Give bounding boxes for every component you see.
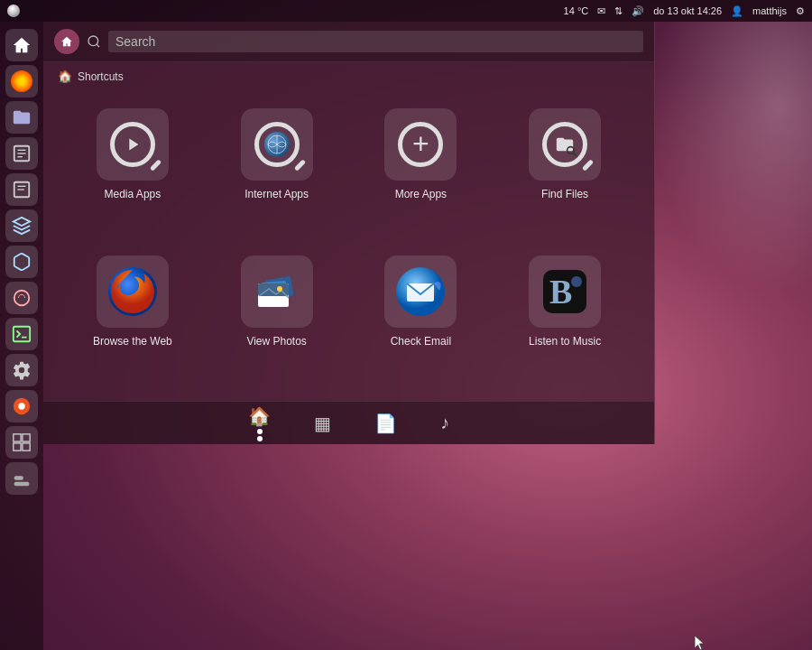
- svg-rect-16: [14, 476, 23, 480]
- temperature-label: 14 °C: [564, 5, 589, 16]
- svg-rect-14: [23, 443, 30, 450]
- svg-rect-11: [14, 434, 21, 441]
- dock-item-paint[interactable]: [5, 282, 38, 314]
- network-icon: ⇅: [614, 5, 623, 17]
- dock-item-home[interactable]: [5, 29, 38, 61]
- dock-item-ftp[interactable]: [5, 209, 38, 242]
- volume-icon: 🔊: [632, 5, 644, 17]
- topbar-left: [7, 5, 20, 17]
- dock-item-firefox[interactable]: [5, 65, 38, 98]
- dock-item-text2[interactable]: [5, 173, 38, 206]
- dock-item-box[interactable]: [5, 246, 38, 278]
- dock-item-terminal[interactable]: [5, 318, 38, 350]
- dock-item-workspaces[interactable]: [5, 426, 38, 459]
- desktop: [43, 22, 812, 650]
- svg-rect-13: [14, 443, 21, 450]
- dock-item-files[interactable]: [5, 101, 38, 134]
- dock: [0, 22, 43, 650]
- desktop-light: [650, 22, 812, 292]
- dock-item-settings[interactable]: [5, 354, 38, 386]
- user-icon: 👤: [731, 5, 743, 17]
- svg-point-10: [18, 403, 24, 409]
- svg-rect-12: [23, 434, 30, 441]
- dock-item-ubuntu[interactable]: [5, 390, 38, 422]
- topbar-circle: [7, 5, 20, 17]
- datetime-label: do 13 okt 14:26: [653, 5, 722, 16]
- topbar-right: 14 °C ✉ ⇅ 🔊 do 13 okt 14:26 👤 matthijs ⚙: [564, 5, 805, 17]
- topbar: 14 °C ✉ ⇅ 🔊 do 13 okt 14:26 👤 matthijs ⚙: [0, 0, 812, 22]
- user-label: matthijs: [752, 5, 787, 16]
- svg-rect-15: [14, 482, 30, 487]
- mail-icon: ✉: [597, 5, 605, 17]
- dock-item-text[interactable]: [5, 137, 38, 170]
- svg-point-7: [14, 291, 30, 306]
- settings-icon[interactable]: ⚙: [796, 5, 805, 17]
- dock-item-app[interactable]: [5, 462, 38, 495]
- svg-rect-8: [14, 327, 30, 342]
